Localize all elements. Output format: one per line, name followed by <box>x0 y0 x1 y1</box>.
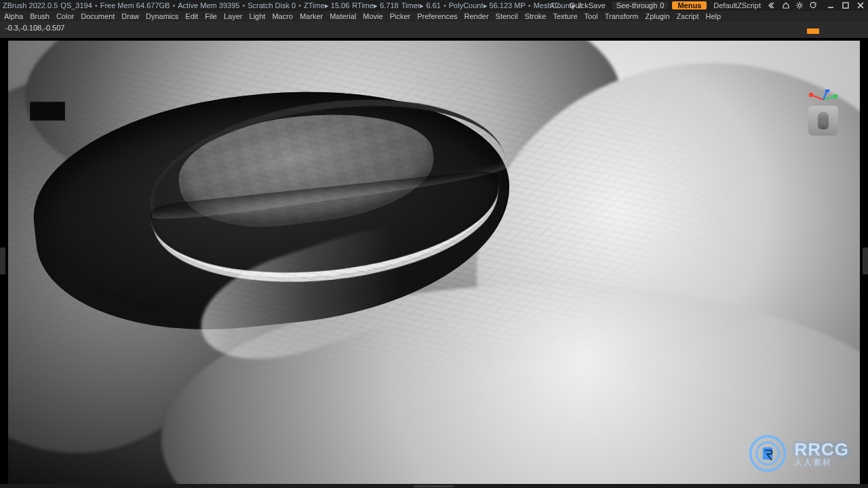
svg-point-17 <box>833 94 837 98</box>
ztime: ZTime▸ 15.06 <box>304 1 349 10</box>
menu-picker[interactable]: Picker <box>390 12 411 20</box>
separator-dot: • <box>443 1 446 9</box>
svg-point-0 <box>798 4 801 7</box>
separator-dot: • <box>528 1 531 9</box>
sculpt-mesh <box>8 41 860 484</box>
see-through-label: See-through <box>616 1 658 9</box>
menu-bar: Alpha Brush Color Document Draw Dynamics… <box>0 11 868 22</box>
window-controls <box>826 1 865 10</box>
close-button[interactable] <box>856 1 865 10</box>
menu-preferences[interactable]: Preferences <box>417 12 457 20</box>
app-name: ZBrush 2022.0.5 <box>3 1 58 9</box>
menu-marker[interactable]: Marker <box>300 12 323 20</box>
svg-rect-10 <box>843 3 848 8</box>
document-name: QS_3194 <box>60 1 92 9</box>
separator-dot: • <box>95 1 98 9</box>
menu-edit[interactable]: Edit <box>185 12 198 20</box>
menu-draw[interactable]: Draw <box>121 12 139 20</box>
see-through-toggle[interactable]: See-through 0 <box>612 1 669 9</box>
svg-line-8 <box>797 7 797 8</box>
menu-zplugin[interactable]: Zplugin <box>645 12 669 20</box>
title-left: ZBrush 2022.0.5 QS_3194 • Free Mem 64.67… <box>3 1 544 10</box>
quicksave-button[interactable]: QuickSave <box>567 1 608 9</box>
menus-button[interactable]: Menus <box>672 1 707 9</box>
cursor-coordinates: -0.3,-0.108,-0.507 <box>5 24 64 32</box>
menu-alpha[interactable]: Alpha <box>4 12 23 20</box>
menu-texture[interactable]: Texture <box>553 12 577 20</box>
svg-line-7 <box>802 3 802 3</box>
menu-zscript[interactable]: Zscript <box>677 12 699 20</box>
see-through-value: 0 <box>660 1 664 9</box>
menu-movie[interactable]: Movie <box>363 12 382 20</box>
polycount: PolyCount▸ 56.123 MP <box>449 1 526 10</box>
title-bar: ZBrush 2022.0.5 QS_3194 • Free Mem 64.67… <box>0 0 868 11</box>
separator-dot: • <box>172 1 175 9</box>
separator-dot: • <box>298 1 301 9</box>
menu-layer[interactable]: Layer <box>224 12 243 20</box>
bottom-tray-handle[interactable] <box>414 485 454 487</box>
svg-point-16 <box>809 93 813 97</box>
separator-dot: • <box>242 1 245 9</box>
home-icon[interactable] <box>781 1 791 10</box>
title-right: AC QuickSave See-through 0 Menus Default… <box>547 1 865 10</box>
minimize-button[interactable] <box>826 1 835 10</box>
svg-line-5 <box>797 3 797 3</box>
collapse-left-icon[interactable] <box>768 1 777 10</box>
material-swatch[interactable] <box>30 102 65 121</box>
camera-thumbnail[interactable] <box>808 106 838 136</box>
menu-document[interactable]: Document <box>81 12 115 20</box>
right-tray-handle[interactable] <box>863 247 868 274</box>
shelf-indicator <box>807 28 819 34</box>
ac-indicator: AC <box>547 1 562 9</box>
active-mem: Active Mem 39395 <box>178 1 239 9</box>
menu-tool[interactable]: Tool <box>585 12 598 20</box>
top-shelf: -0.3,-0.108,-0.507 <box>0 22 868 38</box>
viewport-frame: RRCG 人人素材 <box>0 38 868 484</box>
gear-icon[interactable] <box>795 1 804 10</box>
rtime: RTime▸ 6.718 <box>352 1 398 10</box>
refresh-icon[interactable] <box>808 1 818 10</box>
menu-macro[interactable]: Macro <box>272 12 293 20</box>
default-zscript-button[interactable]: DefaultZScript <box>711 1 764 9</box>
scratch-disk: Scratch Disk 0 <box>248 1 296 9</box>
menu-stencil[interactable]: Stencil <box>496 12 518 20</box>
left-tray-handle[interactable] <box>0 247 5 274</box>
menu-dynamics[interactable]: Dynamics <box>146 12 178 20</box>
free-mem: Free Mem 64.677GB <box>100 1 170 9</box>
menu-render[interactable]: Render <box>465 12 489 20</box>
menu-transform[interactable]: Transform <box>605 12 639 20</box>
menu-file[interactable]: File <box>205 12 217 20</box>
svg-point-18 <box>825 89 829 92</box>
menu-help[interactable]: Help <box>706 12 722 20</box>
menu-stroke[interactable]: Stroke <box>525 12 547 20</box>
maximize-button[interactable] <box>841 1 850 10</box>
bottom-bar <box>0 484 868 488</box>
nav-thumbnail[interactable] <box>802 89 844 138</box>
menu-material[interactable]: Material <box>330 12 356 20</box>
menu-color[interactable]: Color <box>56 12 74 20</box>
svg-line-6 <box>802 7 802 8</box>
menu-brush[interactable]: Brush <box>30 12 50 20</box>
menu-light[interactable]: Light <box>250 12 266 20</box>
viewport-canvas[interactable]: RRCG 人人素材 <box>8 41 860 484</box>
timer: Timer▸ 6.61 <box>401 1 441 10</box>
